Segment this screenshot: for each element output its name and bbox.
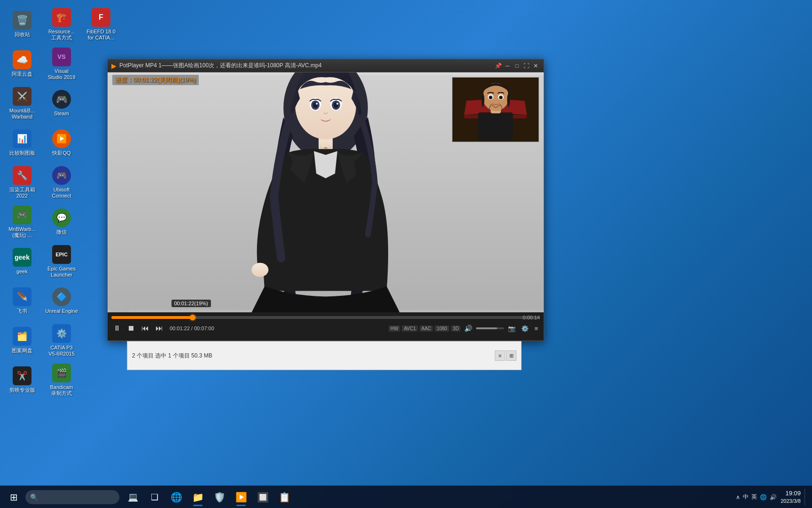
desktop-icon-steam[interactable]: 🎮 Steam <box>43 85 80 122</box>
maximize-button[interactable]: □ <box>513 62 521 70</box>
file-explorer: 2 个项目 选中 1 个项目 50.3 MB ≡ ⊞ <box>127 341 522 370</box>
sys-tray: ∧ 中 英 🌐 🔊 <box>736 493 777 501</box>
format-aac: AAC <box>420 325 433 332</box>
taskbar-app-security[interactable]: 🛡️ <box>210 487 229 507</box>
desktop-icon-bandicam[interactable]: 🎬 Bandicam录制方式 <box>43 361 80 399</box>
player-titlebar: ▶ PotPlayer MP4 1——张图A绘画100次，还看的出来是谁吗-10… <box>108 59 544 72</box>
format-avc1: AVC1 <box>402 325 417 332</box>
prev-button[interactable]: ⏮ <box>140 323 151 333</box>
desktop-icon-vs[interactable]: VS VisualStudio 2019 <box>43 45 80 83</box>
desktop-icon-fibefd[interactable]: F FibEFD 18.0for CATIA... <box>82 6 120 43</box>
progress-start-time: 0:00:09 <box>111 308 129 313</box>
taskbar-right: ∧ 中 英 🌐 🔊 19:09 2023/3/8 <box>736 489 808 506</box>
volume-bar[interactable] <box>476 327 504 329</box>
desktop-icon-fly[interactable]: 🪶 飞书 <box>3 282 41 320</box>
format-hw: HW <box>389 325 400 332</box>
time-tooltip: 00:01:22(19%) <box>171 300 211 307</box>
progress-track[interactable]: 00:01:22(19%) 0:00:09 0:00:14 <box>111 316 540 319</box>
svg-rect-16 <box>478 112 513 140</box>
menu-button[interactable]: ≡ <box>532 324 540 333</box>
minimize-button[interactable]: ─ <box>503 62 512 70</box>
view-grid-button[interactable]: ⊞ <box>506 350 516 361</box>
screenshot-button[interactable]: 📷 <box>506 324 517 333</box>
desktop-icon-bianji[interactable]: 📊 比较制图板 <box>3 124 41 162</box>
desktop-icon-tools[interactable]: 🔧 渲染工具箱2022 <box>3 164 41 201</box>
settings-button[interactable]: ⚙️ <box>519 324 531 333</box>
desktop-icon-epic[interactable]: EPIC Epic GamesLauncher <box>43 243 80 280</box>
tray-lang[interactable]: 中 <box>743 493 749 501</box>
desktop-icon-catia[interactable]: ⚙️ CATIA P3V5-6R2015 <box>43 322 80 359</box>
stop-button[interactable]: ⏹ <box>125 323 137 333</box>
next-button[interactable]: ⏭ <box>154 323 165 333</box>
taskbar-app-edge[interactable]: 🌐 <box>166 487 186 507</box>
svg-point-24 <box>500 96 502 98</box>
desktop-icon-wangpan[interactable]: 🗂️ 图案网盘 <box>3 322 41 359</box>
ctrl-right: HW AVC1 AAC 1080 3D 🔊 📷 ⚙️ ≡ <box>389 324 540 333</box>
volume-tray-icon[interactable]: 🔊 <box>770 494 777 500</box>
volume-fill <box>476 327 497 329</box>
desktop-icon-ali[interactable]: ☁️ 阿里云盘 <box>3 45 41 83</box>
desktop-icon-ubisoft[interactable]: 🎮 UbisoftConnect <box>43 164 80 201</box>
pin-button[interactable]: 📌 <box>494 62 502 70</box>
taskbar-app-potplayer2[interactable]: 📋 <box>274 487 294 507</box>
file-view-icons: ≡ ⊞ <box>495 350 516 361</box>
progress-fill <box>111 316 193 319</box>
show-desktop-button[interactable] <box>804 489 808 506</box>
search-icon: 🔍 <box>30 493 38 501</box>
file-status: 2 个项目 选中 1 个项目 50.3 MB <box>132 352 212 360</box>
fullscreen-button[interactable]: ⛶ <box>522 62 531 70</box>
clock-date: 2023/3/8 <box>781 498 801 505</box>
video-area[interactable]: 进度：00:01:22(关闭前)(19%) <box>108 72 544 312</box>
view-list-button[interactable]: ≡ <box>495 350 505 361</box>
desktop-icon-recycle[interactable]: 🗑️ 回收站 <box>3 6 41 43</box>
pip-webcam <box>452 77 539 142</box>
close-button[interactable]: ✕ <box>531 62 540 70</box>
taskbar-app-cortana[interactable]: 💻 <box>123 487 143 507</box>
progress-thumb[interactable]: 00:01:22(19%) <box>190 315 195 320</box>
tray-eng[interactable]: 英 <box>751 493 757 501</box>
network-icon[interactable]: 🌐 <box>760 494 767 500</box>
desktop-icon-geek[interactable]: geek geek <box>3 243 41 280</box>
player-logo: ▶ <box>111 62 117 70</box>
svg-point-23 <box>490 96 492 98</box>
taskbar-search[interactable]: 🔍 <box>25 490 119 504</box>
taskbar-app-potplayer[interactable]: ▶️ <box>231 487 251 507</box>
desktop-icon-mnbwarb[interactable]: 🎮 MnBWarb...(魔玩) ... <box>3 203 41 241</box>
svg-point-10 <box>316 103 318 104</box>
player-title: PotPlayer MP4 1——张图A绘画100次，还看的出来是谁吗-1080… <box>119 62 493 70</box>
status-overlay: 进度：00:01:22(关闭前)(19%) <box>112 75 199 85</box>
desktop-icon-resource[interactable]: 🏗️ Resource...工具方式 <box>43 6 80 43</box>
ctrl-row: ⏸ ⏹ ⏮ ⏭ 00:01:22 / 00:07:00 HW AVC1 AAC … <box>111 321 540 336</box>
desktop-icon-unreal[interactable]: 🔷 Unreal Engine <box>43 282 80 320</box>
desktop-icon-wechat[interactable]: 💬 微信 <box>43 203 80 241</box>
taskbar-app-fileexplorer[interactable]: 📁 <box>188 487 208 507</box>
svg-point-11 <box>336 103 338 104</box>
player-controls: 00:01:22(19%) 0:00:09 0:00:14 ⏸ ⏹ ⏮ ⏭ 00… <box>108 312 544 341</box>
desktop-icon-mount[interactable]: ⚔️ Mount&B...Warband <box>3 85 41 122</box>
play-pause-button[interactable]: ⏸ <box>111 323 123 333</box>
clock[interactable]: 19:09 2023/3/8 <box>781 489 801 505</box>
time-display: 00:01:22 / 00:07:00 <box>170 325 214 331</box>
taskbar-app-taskview[interactable]: ❑ <box>145 487 164 507</box>
clock-time: 19:09 <box>781 489 801 498</box>
desktop-icon-jianying[interactable]: ✂️ 剪映专业版 <box>3 361 41 399</box>
volume-icon[interactable]: 🔊 <box>462 324 474 333</box>
taskbar: ⊞ 🔍 💻 ❑ 🌐 📁 🛡️ ▶️ 🔲 📋 <box>0 485 812 508</box>
start-button[interactable]: ⊞ <box>4 487 23 507</box>
player-window: ▶ PotPlayer MP4 1——张图A绘画100次，还看的出来是谁吗-10… <box>107 59 544 341</box>
desktop-icon-kuaishou[interactable]: ▶️ 快影QQ <box>43 124 80 162</box>
desktop-icons: 🗑️ 回收站 ☁️ 阿里云盘 ⚔️ Mount&B...Warband 📊 比较… <box>0 0 80 409</box>
taskbar-app-extra[interactable]: 🔲 <box>253 487 273 507</box>
svg-point-13 <box>251 263 268 277</box>
tray-expand[interactable]: ∧ <box>736 494 740 500</box>
taskbar-icons: 💻 ❑ 🌐 📁 🛡️ ▶️ 🔲 📋 <box>123 487 294 507</box>
3d-badge: 3D <box>451 325 461 332</box>
progress-end-time: 0:00:14 <box>523 315 540 320</box>
resolution-badge: 1080 <box>435 325 449 332</box>
